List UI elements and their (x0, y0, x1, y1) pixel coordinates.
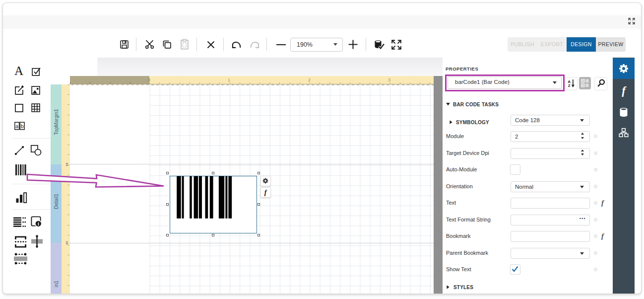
svg-text:i: i (38, 221, 39, 226)
svg-text:Z: Z (568, 83, 571, 88)
